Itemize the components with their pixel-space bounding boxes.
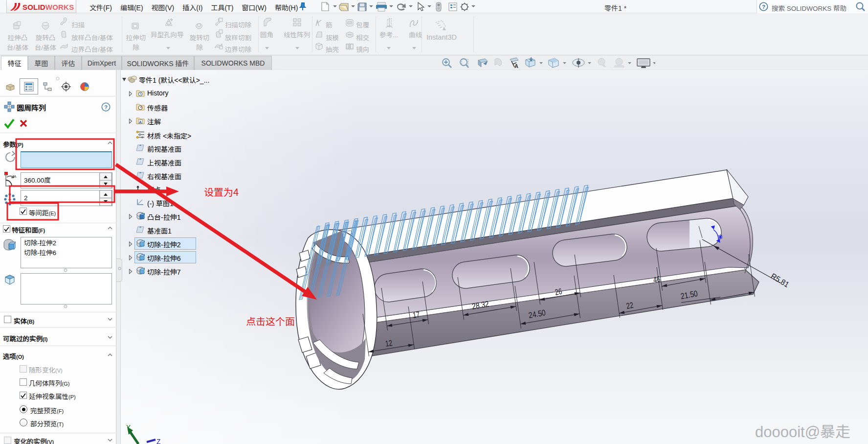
svg-text:点击这个面: 点击这个面 xyxy=(246,314,295,328)
svg-text:设置为4: 设置为4 xyxy=(204,185,239,199)
